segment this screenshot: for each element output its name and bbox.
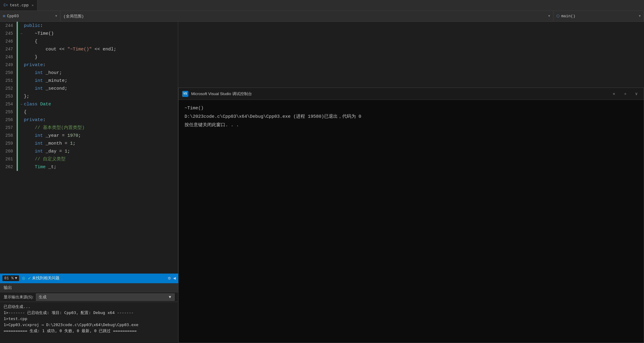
scope-dropdown[interactable]: (全局范围) ▼ — [60, 11, 553, 21]
code-line-255: 255{ — [0, 108, 178, 116]
line-number: 254 — [0, 100, 17, 108]
scope-label: (全局范围) — [63, 14, 84, 19]
terminal-line: ~Time() — [185, 105, 638, 112]
cpp-file-icon: C+ — [4, 3, 8, 8]
line-number: 245 — [0, 30, 17, 37]
green-indicator — [17, 155, 18, 163]
project-arrow-icon: ▼ — [55, 14, 57, 18]
green-indicator — [17, 37, 18, 45]
code-content: int _month = 1; — [24, 140, 178, 148]
output-content: 已启动生成...1>------- 已启动生成: 项目: Cpp03, 配置: … — [0, 302, 178, 336]
code-line-258: 258 int _year = 1970; — [0, 132, 178, 139]
code-content: class Date — [24, 101, 178, 108]
green-indicator — [17, 61, 18, 69]
tools-icon[interactable]: ⚙ — [168, 275, 171, 281]
output-line: 1>Cpp03.vcxproj → D:\2023code.c\Cpp03\x6… — [4, 322, 175, 328]
code-content: // 自定义类型 — [24, 155, 178, 163]
code-line-248: 248 } — [0, 53, 178, 61]
line-number: 261 — [0, 155, 17, 163]
terminal-add-button[interactable]: ＋ — [621, 91, 630, 97]
output-panel: 输出 显示输出来源(S): 生成 ▼ 已启动生成...1>------- 已启动… — [0, 283, 178, 343]
collapse-button[interactable]: − — [19, 30, 24, 38]
tab-test-cpp[interactable]: C+ test.cpp ✕ — [0, 0, 37, 11]
line-number: 244 — [0, 22, 17, 30]
zoom-level[interactable]: 81 % ▼ — [2, 275, 19, 281]
output-source-dropdown[interactable]: 生成 ▼ — [36, 293, 175, 301]
line-number: 260 — [0, 147, 17, 155]
code-line-252: 252 int _second; — [0, 85, 178, 92]
green-indicator — [17, 139, 18, 147]
output-header: 输出 — [0, 283, 178, 292]
code-line-250: 250 int _hour; — [0, 69, 178, 77]
code-line-261: 261 // 自定义类型 — [0, 155, 178, 163]
code-content: }; — [24, 93, 178, 101]
code-content: private: — [24, 61, 178, 69]
code-line-251: 251 int _minute; — [0, 77, 178, 85]
code-line-249: 249private: — [0, 61, 178, 69]
green-indicator — [17, 100, 18, 108]
green-indicator — [17, 132, 18, 139]
green-indicator — [17, 45, 18, 53]
line-number: 253 — [0, 92, 17, 100]
green-indicator — [17, 116, 18, 124]
tab-label: test.cpp — [10, 3, 28, 8]
green-indicator — [17, 77, 18, 85]
code-content: int _second; — [24, 85, 178, 93]
code-line-247: 247 cout << "~Time()" << endl; — [0, 45, 178, 53]
green-indicator — [17, 108, 18, 116]
green-indicator — [17, 147, 18, 155]
green-indicator — [17, 30, 18, 37]
line-number: 247 — [0, 45, 17, 53]
line-number: 255 — [0, 108, 17, 116]
green-indicator — [17, 22, 18, 30]
output-line: ========== 生成: 1 成功, 0 失败, 0 最新, 0 已跳过 =… — [4, 328, 175, 334]
line-number: 257 — [0, 124, 17, 132]
code-content: cout << "~Time()" << endl; — [24, 46, 178, 53]
code-content: } — [24, 53, 178, 61]
terminal-close-button[interactable]: ✕ — [610, 91, 617, 97]
terminal-titlebar: VS Microsoft Visual Studio 调试控制台 ✕ ＋ ∨ — [179, 88, 644, 100]
line-number: 259 — [0, 139, 17, 147]
arrow-left-icon[interactable]: ◀ — [173, 275, 176, 281]
code-content: { — [24, 108, 178, 116]
function-label: main() — [561, 14, 575, 18]
status-bar: 81 % ▼ ◎ ✔ 未找到相关问题 ⚙ ◀ — [0, 274, 178, 283]
tab-bar: C+ test.cpp ✕ — [0, 0, 644, 11]
check-icon: ✔ — [28, 275, 31, 281]
zoom-arrow-icon: ▼ — [15, 276, 17, 280]
code-content: int _day = 1; — [24, 148, 178, 155]
terminal-window: VS Microsoft Visual Studio 调试控制台 ✕ ＋ ∨ ~… — [178, 88, 644, 343]
code-content: ~Time() — [24, 30, 178, 38]
intellisense-icon: ◎ — [22, 275, 25, 281]
code-line-244: 244public: — [0, 22, 178, 30]
line-number: 249 — [0, 61, 17, 69]
green-indicator — [17, 85, 18, 92]
toolbar: ⊞ Cpp03 ▼ (全局范围) ▼ ⬡ main() ▼ — [0, 11, 644, 22]
line-number: 246 — [0, 37, 17, 45]
green-indicator — [17, 124, 18, 132]
function-dropdown[interactable]: ⬡ main() ▼ — [553, 11, 644, 21]
green-indicator — [17, 163, 18, 171]
code-line-254: 254−class Date — [0, 100, 178, 108]
code-content: int _minute; — [24, 77, 178, 85]
code-line-262: 262 Time _t; — [0, 163, 178, 171]
line-number: 248 — [0, 53, 17, 61]
code-line-253: 253}; — [0, 92, 178, 100]
output-line: 已启动生成... — [4, 304, 175, 310]
code-line-256: 256private: — [0, 116, 178, 124]
tab-close-button[interactable]: ✕ — [32, 3, 34, 7]
output-line: 1>------- 已启动生成: 项目: Cpp03, 配置: Debug x6… — [4, 310, 175, 316]
project-dropdown[interactable]: ⊞ Cpp03 ▼ — [0, 11, 60, 21]
scope-arrow-icon: ▼ — [548, 14, 550, 18]
output-line: 1>test.cpp — [4, 316, 175, 322]
dropdown-arrow-icon: ▼ — [168, 295, 172, 299]
collapse-button[interactable]: − — [19, 101, 24, 108]
terminal-app-icon: VS — [182, 91, 188, 97]
function-icon: ⬡ — [556, 14, 559, 18]
project-name: Cpp03 — [7, 14, 19, 18]
line-number: 251 — [0, 77, 17, 85]
terminal-menu-button[interactable]: ∨ — [633, 91, 640, 97]
code-line-246: 246 { — [0, 37, 178, 45]
line-number: 250 — [0, 69, 17, 77]
code-content: { — [24, 38, 178, 46]
